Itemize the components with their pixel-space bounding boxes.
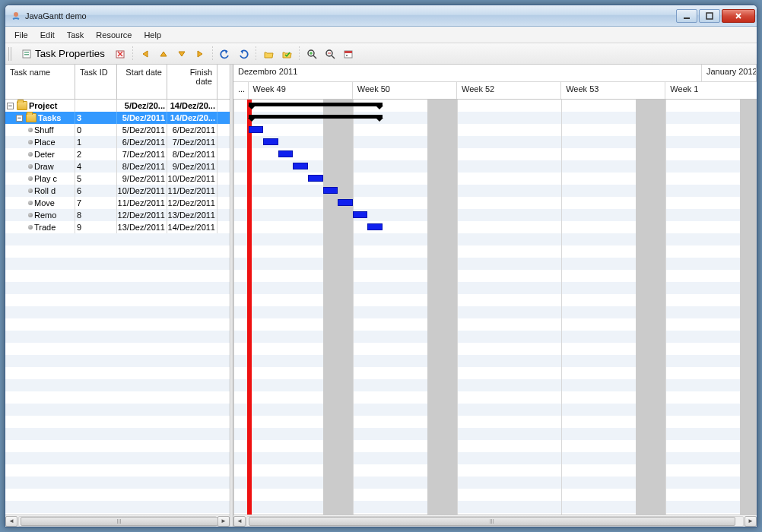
indent-button[interactable] bbox=[192, 46, 208, 62]
scroll-right-button[interactable]: ► bbox=[217, 516, 230, 527]
weekend-band bbox=[636, 100, 665, 515]
table-row[interactable]: Draw48/Dez/20119/Dez/2011 bbox=[5, 160, 230, 173]
column-start-date[interactable]: Start date bbox=[117, 65, 167, 99]
menu-file[interactable]: File bbox=[8, 29, 34, 41]
table-row[interactable]: Move711/Dez/201112/Dez/2011 bbox=[5, 197, 230, 209]
move-down-button[interactable] bbox=[173, 46, 190, 62]
open-button[interactable] bbox=[260, 46, 277, 62]
tree-body[interactable]: −Project5/Dez/20...14/Dez/20...−Tasks35/… bbox=[5, 100, 230, 515]
gantt-hscrollbar[interactable]: ◄ ► bbox=[233, 515, 757, 527]
delete-task-button[interactable] bbox=[112, 46, 129, 62]
table-row[interactable]: Place16/Dez/20117/Dez/2011 bbox=[5, 136, 230, 148]
tree-hscrollbar[interactable]: ◄ ► bbox=[5, 515, 230, 527]
table-row[interactable]: Play c59/Dez/201110/Dez/2011 bbox=[5, 173, 230, 185]
toolbar-grip[interactable] bbox=[8, 47, 13, 61]
timeline-week[interactable]: Week 49 bbox=[249, 82, 353, 99]
scroll-track[interactable] bbox=[18, 516, 217, 527]
row-label: Trade bbox=[34, 223, 56, 232]
cell-name: Shuff bbox=[5, 124, 75, 136]
scroll-right-button[interactable]: ► bbox=[745, 516, 757, 527]
task-bar[interactable] bbox=[353, 211, 368, 218]
cell-name: Play c bbox=[5, 173, 75, 185]
collapse-icon[interactable]: − bbox=[7, 103, 14, 109]
task-icon bbox=[28, 213, 33, 217]
collapse-icon[interactable]: − bbox=[16, 115, 23, 122]
table-row[interactable]: Trade913/Dez/201114/Dez/2011 bbox=[5, 221, 230, 233]
move-up-button[interactable] bbox=[155, 46, 172, 62]
scroll-left-button[interactable]: ◄ bbox=[5, 516, 17, 527]
folder-open-icon bbox=[263, 49, 274, 59]
table-row[interactable]: Roll d610/Dez/201111/Dez/2011 bbox=[5, 185, 230, 197]
menu-resource[interactable]: Resource bbox=[90, 29, 138, 41]
cell-id: 8 bbox=[75, 209, 117, 221]
scroll-left-button[interactable]: ◄ bbox=[233, 516, 246, 527]
cell-finish: 9/Dez/2011 bbox=[167, 160, 217, 173]
timeline-week[interactable]: Week 50 bbox=[353, 82, 457, 99]
row-label: Move bbox=[34, 198, 55, 207]
scroll-track[interactable] bbox=[246, 516, 744, 527]
summary-bar[interactable] bbox=[249, 103, 383, 106]
task-icon bbox=[28, 128, 33, 132]
task-icon bbox=[28, 140, 33, 144]
redo-button[interactable] bbox=[235, 46, 252, 62]
scroll-thumb[interactable] bbox=[249, 517, 735, 526]
timeline-month-left[interactable]: Dezembro 2011 bbox=[233, 65, 702, 81]
summary-bar[interactable] bbox=[249, 115, 383, 119]
column-task-id[interactable]: Task ID bbox=[75, 65, 117, 99]
outdent-button[interactable] bbox=[137, 46, 154, 62]
zoom-out-button[interactable] bbox=[322, 46, 338, 62]
open-checked-button[interactable] bbox=[278, 46, 295, 62]
svg-point-0 bbox=[14, 12, 18, 17]
table-row[interactable]: Deter27/Dez/20118/Dez/2011 bbox=[5, 148, 230, 160]
timeline-week[interactable]: Week 53 bbox=[561, 82, 665, 99]
cell-name: Move bbox=[5, 197, 75, 209]
timeline-week[interactable]: Week 52 bbox=[457, 82, 561, 99]
column-finish-date[interactable]: Finish date bbox=[167, 65, 217, 99]
cell-id: 1 bbox=[75, 136, 117, 148]
task-icon bbox=[28, 188, 33, 193]
task-icon bbox=[28, 164, 33, 169]
scroll-thumb[interactable] bbox=[21, 517, 218, 526]
menu-help[interactable]: Help bbox=[138, 29, 167, 41]
menu-edit[interactable]: Edit bbox=[34, 29, 61, 41]
app-window: JavaGantt demo File Edit Task Resource H… bbox=[5, 5, 757, 527]
column-task-name[interactable]: Task name bbox=[5, 65, 75, 99]
menubar: File Edit Task Resource Help bbox=[5, 27, 757, 43]
table-row[interactable]: −Project5/Dez/20...14/Dez/20... bbox=[5, 100, 230, 112]
task-bar[interactable] bbox=[278, 150, 294, 157]
task-bar[interactable] bbox=[308, 175, 323, 182]
task-bar[interactable] bbox=[293, 163, 308, 169]
table-row[interactable]: −Tasks35/Dez/201114/Dez/20... bbox=[5, 112, 230, 124]
undo-button[interactable] bbox=[217, 46, 233, 62]
row-label: Play c bbox=[34, 174, 57, 183]
zoom-in-button[interactable] bbox=[303, 46, 320, 62]
timeline-week[interactable]: ... bbox=[233, 82, 249, 99]
task-bar[interactable] bbox=[263, 138, 278, 145]
cell-start: 8/Dez/2011 bbox=[117, 160, 167, 173]
table-row[interactable]: Shuff05/Dez/20116/Dez/2011 bbox=[5, 124, 230, 136]
minimize-button[interactable] bbox=[676, 9, 697, 23]
zoom-in-icon bbox=[306, 49, 317, 59]
task-bar[interactable] bbox=[249, 126, 264, 133]
task-bar[interactable] bbox=[367, 223, 383, 230]
task-bar[interactable] bbox=[338, 199, 353, 206]
titlebar[interactable]: JavaGantt demo bbox=[5, 5, 757, 27]
undo-icon bbox=[220, 49, 230, 59]
timeline-month-right[interactable]: January 2012 bbox=[702, 65, 757, 81]
maximize-button[interactable] bbox=[699, 9, 720, 23]
cell-name: Draw bbox=[5, 160, 75, 173]
arrow-left-icon bbox=[140, 49, 151, 59]
weekend-band bbox=[740, 100, 757, 515]
task-properties-button[interactable]: Task Properties bbox=[16, 46, 110, 62]
close-button[interactable] bbox=[722, 9, 755, 23]
properties-icon bbox=[21, 49, 32, 59]
menu-task[interactable]: Task bbox=[61, 29, 90, 41]
task-bar[interactable] bbox=[323, 187, 338, 194]
goto-date-button[interactable] bbox=[340, 46, 357, 62]
cell-start: 5/Dez/20... bbox=[117, 100, 167, 112]
timeline-week[interactable]: Week 1 bbox=[665, 82, 757, 99]
cell-id: 2 bbox=[75, 148, 117, 160]
toolbar: Task Properties bbox=[5, 43, 757, 65]
gantt-body[interactable] bbox=[233, 100, 757, 515]
table-row[interactable]: Remo812/Dez/201113/Dez/2011 bbox=[5, 209, 230, 221]
